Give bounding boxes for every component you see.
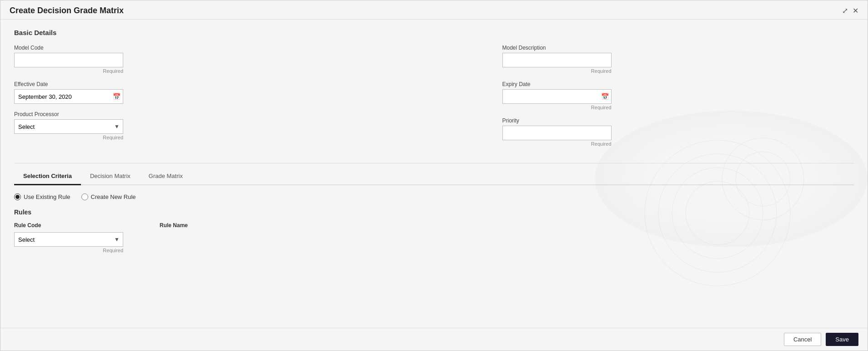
tabs-container: Selection Criteria Decision Matrix Grade… (14, 168, 854, 185)
priority-label: Priority (502, 117, 854, 124)
effective-date-group: Effective Date 📅 (14, 81, 366, 104)
priority-group: Priority Required (502, 117, 854, 147)
modal-container: Create Decision Grade Matrix ⤢ ✕ Basic D… (0, 0, 868, 351)
rules-section-title: Rules (14, 209, 854, 216)
expiry-date-required: Required (502, 105, 612, 110)
left-column: Model Code Required Effective Date 📅 Pro… (14, 45, 366, 154)
expiry-date-label: Expiry Date (502, 81, 854, 87)
expiry-date-wrapper: 📅 (502, 89, 612, 104)
basic-details-title: Basic Details (14, 29, 854, 36)
basic-details-grid: Model Code Required Effective Date 📅 Pro… (14, 45, 854, 154)
model-description-input[interactable] (502, 53, 612, 67)
rule-code-required: Required (14, 248, 123, 253)
priority-required: Required (502, 141, 612, 147)
expiry-date-cal-icon[interactable]: 📅 (601, 93, 609, 100)
model-description-group: Model Description Required (502, 45, 854, 74)
use-existing-rule-label[interactable]: Use Existing Rule (14, 193, 70, 200)
modal-footer: Cancel Save (0, 328, 868, 351)
priority-input[interactable] (502, 126, 612, 140)
use-existing-rule-text: Use Existing Rule (24, 193, 70, 200)
rule-name-header: Rule Name (160, 222, 854, 229)
create-new-rule-label[interactable]: Create New Rule (81, 193, 136, 200)
expand-icon[interactable]: ⤢ (842, 6, 848, 15)
create-new-rule-radio[interactable] (81, 193, 88, 200)
model-code-label: Model Code (14, 45, 366, 51)
rule-code-column: Rule Code Select ▼ Required (14, 222, 141, 253)
model-code-input[interactable] (14, 53, 123, 67)
model-code-group: Model Code Required (14, 45, 366, 74)
product-processor-select[interactable]: Select (14, 119, 123, 134)
expiry-date-input[interactable] (502, 89, 612, 104)
effective-date-input[interactable] (14, 89, 123, 104)
create-new-rule-text: Create New Rule (91, 193, 136, 200)
section-divider (14, 163, 854, 163)
model-code-required: Required (14, 68, 123, 74)
modal-header: Create Decision Grade Matrix ⤢ ✕ (0, 0, 868, 20)
effective-date-cal-icon[interactable]: 📅 (113, 93, 120, 100)
tab-selection-criteria[interactable]: Selection Criteria (14, 168, 81, 185)
rules-section: Rules Rule Code Select ▼ Required Rule N… (14, 209, 854, 253)
right-column: Model Description Required Expiry Date 📅… (502, 45, 854, 154)
save-button[interactable]: Save (826, 333, 858, 346)
close-icon[interactable]: ✕ (853, 6, 858, 15)
use-existing-rule-radio[interactable] (14, 193, 21, 200)
tab-grade-matrix[interactable]: Grade Matrix (140, 168, 192, 185)
rule-code-select[interactable]: Select (14, 232, 123, 247)
product-processor-label: Product Processor (14, 111, 366, 117)
model-description-required: Required (502, 68, 612, 74)
product-processor-select-wrapper: Select ▼ (14, 119, 123, 134)
rules-grid: Rule Code Select ▼ Required Rule Name (14, 222, 854, 253)
tab-decision-matrix[interactable]: Decision Matrix (81, 168, 140, 185)
modal-title: Create Decision Grade Matrix (10, 6, 124, 15)
modal-header-icons: ⤢ ✕ (842, 6, 858, 15)
rule-code-select-wrapper: Select ▼ (14, 232, 123, 247)
rule-code-header: Rule Code (14, 222, 141, 229)
modal-body: Basic Details Model Code Required Effect… (0, 20, 868, 328)
product-processor-group: Product Processor Select ▼ Required (14, 111, 366, 140)
model-description-label: Model Description (502, 45, 854, 51)
cancel-button[interactable]: Cancel (784, 333, 821, 346)
effective-date-label: Effective Date (14, 81, 366, 87)
product-processor-required: Required (14, 135, 123, 140)
effective-date-wrapper: 📅 (14, 89, 123, 104)
radio-group: Use Existing Rule Create New Rule (14, 193, 854, 200)
expiry-date-group: Expiry Date 📅 Required (502, 81, 854, 110)
rule-name-column: Rule Name (160, 222, 854, 253)
